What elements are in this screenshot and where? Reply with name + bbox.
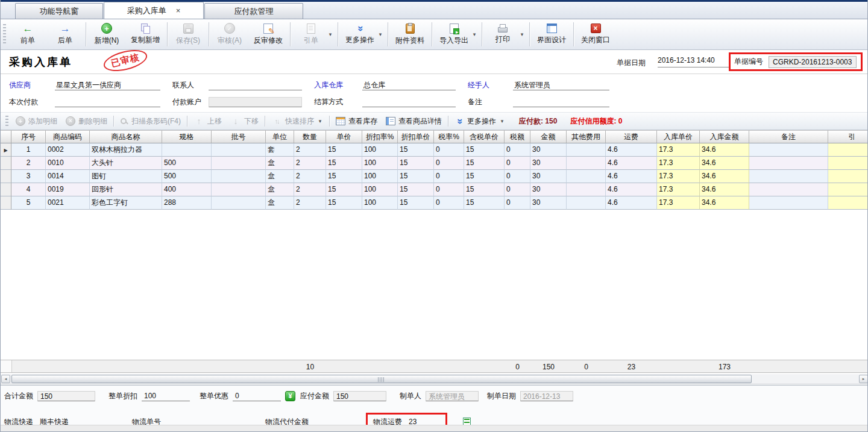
close-window-button[interactable]: 关闭窗口 bbox=[576, 22, 615, 46]
cell[interactable] bbox=[828, 196, 868, 210]
copy-new-button[interactable]: 复制新增 bbox=[125, 22, 165, 46]
settlement-field[interactable] bbox=[362, 97, 456, 107]
cell[interactable]: 15 bbox=[326, 196, 362, 210]
cell[interactable]: 100 bbox=[362, 183, 398, 196]
cell[interactable]: 100 bbox=[362, 157, 398, 170]
cell[interactable]: 34.6 bbox=[700, 157, 749, 170]
cell[interactable]: 15 bbox=[326, 183, 362, 196]
row-indicator[interactable] bbox=[1, 183, 11, 196]
cell[interactable]: 0 bbox=[505, 170, 530, 183]
cell[interactable]: 4.6 bbox=[606, 183, 657, 196]
cell[interactable]: 500 bbox=[162, 157, 212, 170]
cell[interactable]: 100 bbox=[362, 170, 398, 183]
column-header[interactable]: 商品编码 bbox=[46, 130, 90, 143]
column-header[interactable]: 备注 bbox=[749, 130, 828, 143]
cell[interactable]: 0 bbox=[434, 196, 464, 210]
cell[interactable]: 15 bbox=[464, 196, 505, 210]
cell[interactable]: 2 bbox=[294, 183, 326, 196]
column-header[interactable]: 单位 bbox=[266, 130, 294, 143]
cell[interactable]: 400 bbox=[162, 183, 212, 196]
column-header[interactable]: 数量 bbox=[294, 130, 326, 143]
cell[interactable] bbox=[749, 143, 828, 157]
cell[interactable] bbox=[567, 157, 606, 170]
cell[interactable] bbox=[749, 157, 828, 170]
cell[interactable]: 15 bbox=[326, 143, 362, 157]
payable-amount-field[interactable]: 150 bbox=[333, 391, 386, 401]
save-button[interactable]: 保存(S) bbox=[169, 22, 207, 47]
cell[interactable] bbox=[212, 157, 266, 170]
cell[interactable] bbox=[828, 183, 868, 196]
cell[interactable]: 15 bbox=[464, 157, 505, 170]
discount-amount-field[interactable]: 0 bbox=[233, 391, 281, 401]
cell[interactable] bbox=[828, 170, 868, 183]
cell[interactable]: 34.6 bbox=[700, 170, 749, 183]
cell[interactable]: 大头针 bbox=[90, 157, 162, 170]
cell[interactable]: 15 bbox=[398, 157, 434, 170]
cell[interactable]: 34.6 bbox=[700, 196, 749, 210]
cell[interactable]: 30 bbox=[530, 157, 567, 170]
cell[interactable] bbox=[749, 170, 828, 183]
cell[interactable] bbox=[212, 143, 266, 157]
cell[interactable]: 0 bbox=[434, 183, 464, 196]
pull-doc-button[interactable]: 引单 bbox=[292, 22, 336, 47]
column-header[interactable]: 序号 bbox=[11, 130, 46, 143]
freight-calc-icon[interactable] bbox=[463, 418, 471, 427]
cell[interactable]: 图钉 bbox=[90, 170, 162, 183]
column-header[interactable]: 规格 bbox=[162, 130, 212, 143]
payment-field[interactable] bbox=[55, 97, 160, 107]
cell[interactable]: 17.3 bbox=[657, 170, 700, 183]
cell[interactable] bbox=[828, 157, 868, 170]
scrollbar-thumb[interactable] bbox=[11, 375, 752, 383]
cell[interactable]: 0 bbox=[505, 143, 530, 157]
cell[interactable]: 288 bbox=[162, 196, 212, 210]
cell[interactable] bbox=[212, 183, 266, 196]
horizontal-scrollbar[interactable] bbox=[1, 374, 868, 384]
cell[interactable] bbox=[749, 183, 828, 196]
cell[interactable]: 15 bbox=[326, 157, 362, 170]
ui-design-button[interactable]: 界面设计 bbox=[532, 22, 571, 46]
cell[interactable]: 回形针 bbox=[90, 183, 162, 196]
move-up-button[interactable]: 上移 bbox=[189, 114, 226, 128]
cell[interactable] bbox=[162, 143, 212, 157]
cell[interactable]: 0019 bbox=[46, 183, 90, 196]
cell[interactable]: 2 bbox=[11, 157, 46, 170]
cell[interactable]: 15 bbox=[326, 170, 362, 183]
cell[interactable]: 1 bbox=[11, 143, 46, 157]
cell[interactable] bbox=[749, 196, 828, 210]
scan-barcode-button[interactable]: 扫描条形码(F4) bbox=[116, 115, 185, 128]
cell[interactable]: 17.3 bbox=[657, 196, 700, 210]
cell[interactable]: 0 bbox=[434, 157, 464, 170]
scroll-right-icon[interactable] bbox=[859, 375, 868, 383]
cell[interactable]: 2 bbox=[294, 196, 326, 210]
scroll-left-icon[interactable] bbox=[1, 375, 10, 383]
cell[interactable]: 100 bbox=[362, 196, 398, 210]
more-actions2-button[interactable]: 更多操作 bbox=[450, 115, 509, 128]
cell[interactable]: 0014 bbox=[46, 170, 90, 183]
total-amount-field[interactable]: 150 bbox=[37, 391, 95, 401]
cell[interactable]: 双林木柄拉力器 bbox=[90, 143, 162, 157]
cell[interactable] bbox=[828, 143, 868, 157]
logistics-cod-field[interactable] bbox=[313, 417, 363, 427]
cell[interactable] bbox=[567, 196, 606, 210]
prev-doc-button[interactable]: 前单 bbox=[9, 22, 46, 47]
logistics-courier-field[interactable]: 顺丰快递 bbox=[37, 417, 114, 427]
cell[interactable]: 17.3 bbox=[657, 157, 700, 170]
detail-toolbar-grip-handle[interactable] bbox=[5, 116, 8, 127]
add-detail-button[interactable]: 添加明细 bbox=[11, 115, 61, 128]
column-header[interactable]: 引 bbox=[828, 130, 868, 143]
next-doc-button[interactable]: 后单 bbox=[46, 22, 84, 47]
payment-account-field[interactable] bbox=[209, 97, 302, 107]
handler-field[interactable]: 系统管理员 bbox=[513, 80, 609, 90]
cell[interactable]: 盒 bbox=[266, 196, 294, 210]
toolbar-grip-handle[interactable] bbox=[3, 24, 6, 45]
cell[interactable]: 0 bbox=[434, 143, 464, 157]
supplier-field[interactable]: 星星文具第一供应商 bbox=[55, 80, 160, 90]
unaudit-button[interactable]: 反审修改 bbox=[248, 22, 288, 47]
cell[interactable]: 100 bbox=[362, 143, 398, 157]
cell[interactable]: 17.3 bbox=[657, 183, 700, 196]
cell[interactable]: 0010 bbox=[46, 157, 90, 170]
cell[interactable]: 3 bbox=[11, 170, 46, 183]
import-export-button[interactable]: 导入导出 bbox=[434, 22, 480, 47]
contact-field[interactable] bbox=[209, 80, 302, 90]
column-header[interactable]: 运费 bbox=[606, 130, 657, 143]
